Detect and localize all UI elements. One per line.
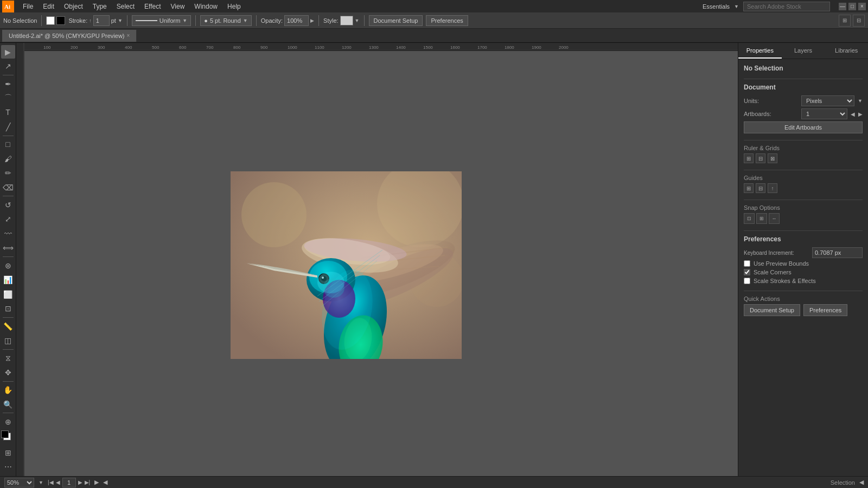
tool-hand[interactable]: ✋ <box>1 383 15 397</box>
stroke-arrow[interactable]: ↑ <box>89 18 92 23</box>
document-setup-btn[interactable]: Document Setup <box>369 15 423 26</box>
tool-eyedropper[interactable]: ✥ <box>1 365 15 379</box>
guide-icon-2[interactable]: ⊟ <box>756 183 765 193</box>
tool-rectangle[interactable]: □ <box>1 138 15 151</box>
tool-ruler[interactable]: 📏 <box>1 319 15 333</box>
status-arrow-right[interactable]: ▶ <box>94 479 99 486</box>
style-preview[interactable] <box>340 16 353 25</box>
units-select[interactable]: Pixels Points Inches Millimeters <box>801 95 854 106</box>
snap-icon-1[interactable]: ⊡ <box>744 213 755 224</box>
artboards-prev[interactable]: ◀ <box>851 111 855 117</box>
scale-strokes-checkbox[interactable] <box>744 278 750 284</box>
menu-view[interactable]: View <box>167 0 189 12</box>
tool-line[interactable]: ╱ <box>1 120 15 133</box>
essentials-chevron: ▼ <box>734 4 739 9</box>
artboard-number[interactable] <box>62 478 76 487</box>
stroke-swatch[interactable] <box>56 16 65 25</box>
grid-icon-1[interactable]: ⊞ <box>744 153 754 163</box>
zoom-select[interactable]: 50% 75% 100% 150% 200% <box>4 478 34 487</box>
grid-icon-2[interactable]: ⊟ <box>756 153 765 163</box>
tool-warp[interactable]: 〰 <box>1 227 15 240</box>
tool-scale[interactable]: ⤢ <box>1 213 15 226</box>
menu-file[interactable]: File <box>18 0 37 12</box>
opacity-value[interactable] <box>284 15 309 26</box>
quick-preferences-btn[interactable]: Preferences <box>803 304 847 316</box>
tool-gradient[interactable]: ◫ <box>1 333 15 347</box>
tool-pen[interactable]: ✒ <box>1 77 15 91</box>
tool-width[interactable]: ⟺ <box>1 241 15 255</box>
tool-type[interactable]: T <box>1 106 15 119</box>
units-dropdown-arrow: ▼ <box>858 98 863 104</box>
menu-select[interactable]: Select <box>112 0 139 12</box>
stroke-value[interactable] <box>93 15 110 26</box>
minimize-button[interactable]: — <box>839 3 846 10</box>
artboard-last[interactable]: ▶| <box>85 479 91 485</box>
tab-libraries[interactable]: Libraries <box>825 43 868 59</box>
artboard <box>231 171 462 359</box>
artboard-next[interactable]: ▶ <box>78 479 82 485</box>
snap-icon-3[interactable]: ↔ <box>769 213 780 224</box>
fill-swatch[interactable] <box>46 16 55 25</box>
svg-text:Ai: Ai <box>4 3 10 10</box>
artboard-first[interactable]: |◀ <box>48 479 54 485</box>
menu-type[interactable]: Type <box>88 0 111 12</box>
artboards-next[interactable]: ▶ <box>858 111 863 117</box>
menu-help[interactable]: Help <box>223 0 245 12</box>
close-button[interactable]: × <box>858 3 866 10</box>
svg-text:200: 200 <box>71 45 78 50</box>
tool-slice[interactable]: ⊡ <box>1 301 15 315</box>
guide-icon-1[interactable]: ⊞ <box>744 183 754 193</box>
menu-window[interactable]: Window <box>190 0 222 12</box>
zoom-dropdown[interactable]: ▼ <box>39 480 43 485</box>
use-preview-label: Use Preview Bounds <box>754 260 809 267</box>
tool-pencil[interactable]: ✏ <box>1 166 15 179</box>
tool-screen-mode[interactable]: ⊞ <box>1 446 15 459</box>
menu-edit[interactable]: Edit <box>39 0 59 12</box>
stroke-style-selector[interactable]: Uniform ▼ <box>132 15 191 26</box>
tab-layers[interactable]: Layers <box>782 43 825 59</box>
stroke-dropdown-arrow[interactable]: ▼ <box>118 18 123 23</box>
use-preview-checkbox[interactable] <box>744 260 750 267</box>
tool-navigate[interactable]: ⊕ <box>1 415 15 428</box>
tool-rotate[interactable]: ↺ <box>1 198 15 211</box>
doc-close-button[interactable]: × <box>127 33 130 38</box>
tb-sep-2 <box>127 15 127 26</box>
keyboard-increment-input[interactable] <box>812 247 863 258</box>
scale-corners-checkbox[interactable] <box>744 269 750 275</box>
maximize-button[interactable]: □ <box>848 3 856 10</box>
quick-document-setup-btn[interactable]: Document Setup <box>744 304 800 316</box>
tool-eraser[interactable]: ⌫ <box>1 181 15 194</box>
stock-search[interactable] <box>743 2 830 11</box>
tool-column-graph[interactable]: 📊 <box>1 273 15 287</box>
opacity-arrow[interactable]: ▶ <box>310 18 314 23</box>
menu-object[interactable]: Object <box>60 0 87 12</box>
grid-icon-3[interactable]: ⊠ <box>768 153 777 163</box>
brush-selector[interactable]: ● 5 pt. Round ▼ <box>200 15 251 26</box>
menu-effect[interactable]: Effect <box>140 0 165 12</box>
tool-zoom[interactable]: 🔍 <box>1 397 15 411</box>
tool-select[interactable]: ▶ <box>1 45 15 59</box>
status-scroll[interactable]: ◀ <box>859 479 864 486</box>
document-title: Document <box>744 84 863 91</box>
doc-tab-1[interactable]: Untitled-2.ai* @ 50% (CMYK/GPU Preview) … <box>2 30 137 42</box>
snap-icon-2[interactable]: ⊞ <box>756 213 767 224</box>
tab-properties[interactable]: Properties <box>738 43 782 59</box>
edit-artboards-btn[interactable]: Edit Artboards <box>744 121 863 133</box>
tool-extras[interactable]: ⋯ <box>1 460 15 474</box>
tool-paintbrush[interactable]: 🖌 <box>1 152 15 165</box>
artboards-select[interactable]: 1 2 3 <box>801 108 847 119</box>
status-bar: 50% 75% 100% 150% 200% ▼ |◀ ◀ ▶ ▶| ▶ ◀ S… <box>0 476 868 488</box>
tool-symbol[interactable]: ⊛ <box>1 259 15 272</box>
stroke-color[interactable] <box>1 431 9 438</box>
svg-text:1800: 1800 <box>505 45 514 50</box>
distribute-icon[interactable]: ⊟ <box>853 15 865 27</box>
tool-artboard[interactable]: ⬜ <box>1 287 15 301</box>
tool-direct-select[interactable]: ↗ <box>1 59 15 73</box>
tool-curvature[interactable]: ⌒ <box>1 91 15 105</box>
guide-icon-3[interactable]: ↑ <box>768 183 777 193</box>
artboard-prev[interactable]: ◀ <box>56 479 60 485</box>
status-arrow-left[interactable]: ◀ <box>103 479 107 486</box>
align-icon[interactable]: ⊞ <box>839 15 851 27</box>
preferences-btn[interactable]: Preferences <box>426 15 468 26</box>
tool-blend[interactable]: ⧖ <box>1 351 15 365</box>
